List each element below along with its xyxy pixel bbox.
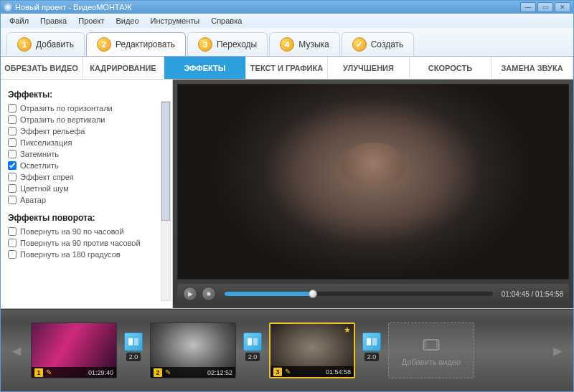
step-num-icon: 3 — [198, 37, 212, 52]
effects-title: Эффекты: — [8, 90, 169, 100]
effect-item[interactable]: Цветной шум — [8, 183, 169, 194]
progress-track[interactable] — [225, 292, 493, 296]
effect-item[interactable]: Осветлить — [8, 160, 169, 171]
effect-checkbox[interactable] — [8, 150, 17, 158]
star-icon: ★ — [344, 325, 351, 335]
rotation-effect-list: Повернуть на 90 по часовойПовернуть на 9… — [8, 226, 169, 260]
effect-item[interactable]: Отразить по горизонтали — [8, 102, 169, 114]
minimize-button[interactable]: — — [520, 2, 536, 12]
effect-item[interactable]: Затемнить — [8, 148, 169, 160]
effect-checkbox[interactable] — [8, 127, 17, 135]
step-num-icon: 1 — [17, 37, 32, 52]
timeline-clip[interactable]: 1✎01:29:40 — [31, 322, 117, 378]
progress-handle[interactable] — [309, 290, 317, 298]
pencil-icon[interactable]: ✎ — [165, 368, 171, 376]
svg-rect-9 — [425, 346, 426, 348]
svg-rect-8 — [425, 343, 426, 345]
timeline-clip[interactable]: 2✎02:12:52 — [150, 322, 236, 378]
effect-checkbox[interactable] — [8, 161, 17, 170]
transition-icon[interactable] — [243, 333, 262, 351]
effect-item[interactable]: Эффект спрея — [8, 171, 169, 183]
menu-edit[interactable]: Правка — [36, 15, 71, 27]
play-button[interactable]: ▶ — [183, 287, 197, 301]
menubar: Файл Правка Проект Видео Инструменты Спр… — [1, 14, 573, 28]
effect-checkbox[interactable] — [8, 184, 17, 193]
effect-item[interactable]: Повернуть на 180 градусов — [8, 249, 169, 260]
svg-rect-10 — [436, 341, 438, 343]
step-tab-transitions[interactable]: 3 Переходы — [187, 32, 268, 56]
effect-checkbox[interactable] — [8, 196, 17, 204]
check-icon — [352, 37, 367, 52]
player-controls: ▶ ■ 01:04:45 / 01:54:58 — [177, 284, 569, 304]
effect-item[interactable]: Повернуть на 90 по часовой — [8, 226, 169, 237]
window-title: Новый проект - ВидеоМОНТАЖ — [15, 3, 519, 11]
step-label: Музыка — [298, 39, 329, 49]
subtab-text[interactable]: ТЕКСТ И ГРАФИКА — [246, 57, 328, 79]
menu-tools[interactable]: Инструменты — [146, 15, 204, 27]
effect-item[interactable]: Аватар — [8, 194, 169, 206]
menu-help[interactable]: Справка — [207, 15, 246, 27]
menu-file[interactable]: Файл — [5, 15, 33, 27]
sidebar-scrollbar[interactable] — [161, 101, 171, 301]
effect-label: Отразить по вертикали — [20, 115, 105, 124]
add-video-button[interactable]: Добавить видео — [388, 322, 474, 378]
timeline-next-button[interactable]: ▶ — [552, 336, 563, 365]
effect-item[interactable]: Эффект рельефа — [8, 125, 169, 137]
time-label: 01:04:45 / 01:54:58 — [502, 290, 563, 298]
effect-label: Эффект рельефа — [20, 127, 85, 135]
subtab-speed[interactable]: СКОРОСТЬ — [410, 57, 491, 79]
pencil-icon[interactable]: ✎ — [46, 368, 52, 376]
clip-index: 2 — [154, 368, 162, 377]
step-tab-create[interactable]: Создать — [342, 32, 415, 56]
step-label: Создать — [371, 39, 404, 49]
step-tab-music[interactable]: 4 Музыка — [269, 32, 339, 56]
effect-checkbox[interactable] — [8, 239, 17, 247]
clip-footer: 3✎01:54:58 — [270, 366, 354, 377]
timeline-prev-button[interactable]: ◀ — [11, 336, 22, 365]
step-tabs: 1 Добавить 2 Редактировать 3 Переходы 4 … — [1, 28, 573, 57]
transition-icon[interactable] — [362, 333, 381, 351]
effect-checkbox[interactable] — [8, 173, 17, 181]
scrollbar-thumb[interactable] — [161, 102, 170, 221]
subtab-frame[interactable]: КАДРИРОВАНИЕ — [83, 57, 164, 79]
timeline: ◀ 1✎01:29:402.02✎02:12:522.0★3✎01:54:582… — [1, 309, 573, 391]
maximize-button[interactable]: ▭ — [537, 2, 553, 12]
rotation-title: Эффекты поворота: — [8, 213, 169, 223]
effects-sidebar: Эффекты: Отразить по горизонталиОтразить… — [1, 80, 173, 308]
step-tab-add[interactable]: 1 Добавить — [6, 32, 85, 56]
subtab-enhance[interactable]: УЛУЧШЕНИЯ — [328, 57, 410, 79]
menu-video[interactable]: Видео — [111, 15, 143, 27]
effect-checkbox[interactable] — [8, 227, 17, 236]
effect-item[interactable]: Повернуть на 90 против часовой — [8, 237, 169, 249]
effect-label: Цветной шум — [20, 184, 69, 193]
transition-duration: 2.0 — [245, 353, 260, 361]
effect-item[interactable]: Отразить по вертикали — [8, 114, 169, 125]
clip-footer: 1✎01:29:40 — [32, 367, 116, 378]
subtab-crop[interactable]: ОБРЕЗАТЬ ВИДЕО — [1, 57, 83, 79]
clip-footer: 2✎02:12:52 — [151, 367, 235, 378]
effect-checkbox[interactable] — [8, 104, 17, 113]
effect-label: Повернуть на 180 градусов — [20, 250, 121, 259]
clip-index: 3 — [273, 368, 282, 376]
subtab-audio[interactable]: ЗАМЕНА ЗВУКА — [491, 57, 573, 79]
step-tab-edit[interactable]: 2 Редактировать — [86, 32, 186, 56]
svg-rect-7 — [425, 341, 426, 343]
titlebar: Новый проект - ВидеоМОНТАЖ — ▭ ✕ — [1, 1, 573, 14]
step-label: Переходы — [217, 39, 257, 49]
stop-button[interactable]: ■ — [202, 287, 216, 301]
preview-area: ▶ ■ 01:04:45 / 01:54:58 — [173, 80, 573, 308]
app-window: Новый проект - ВидеоМОНТАЖ — ▭ ✕ Файл Пр… — [0, 0, 574, 392]
effect-label: Повернуть на 90 по часовой — [20, 227, 124, 236]
timeline-clip[interactable]: ★3✎01:54:58 — [269, 322, 355, 378]
menu-project[interactable]: Проект — [74, 15, 108, 27]
effect-checkbox[interactable] — [8, 115, 17, 124]
subtab-effects[interactable]: ЭФФЕКТЫ — [164, 57, 246, 79]
effect-label: Затемнить — [20, 150, 59, 158]
effect-checkbox[interactable] — [8, 250, 17, 259]
effect-item[interactable]: Пикселизация — [8, 137, 169, 148]
close-button[interactable]: ✕ — [555, 2, 570, 12]
effect-checkbox[interactable] — [8, 138, 17, 147]
clip-duration: 01:54:58 — [326, 368, 351, 376]
transition-icon[interactable] — [124, 333, 143, 351]
pencil-icon[interactable]: ✎ — [285, 368, 291, 376]
